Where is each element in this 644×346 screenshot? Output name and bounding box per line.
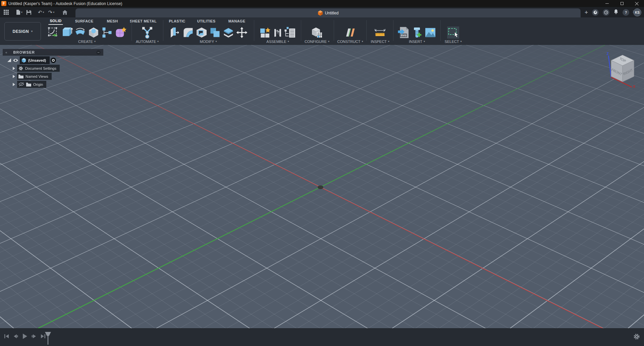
browser-minimize-button[interactable]: – [96,50,101,55]
zoom-button[interactable] [314,321,320,327]
tab-manage[interactable]: MANAGE [227,17,247,25]
browser-row-named-views[interactable]: Named Views [3,73,103,80]
revolve-button[interactable] [74,26,86,39]
undo-button[interactable]: ↶ ▾ [37,9,45,16]
display-settings-button[interactable]: ▾ [333,321,342,327]
play-button[interactable] [22,333,28,339]
view-cube-body[interactable]: TOP FRONT RIGHT [611,55,634,82]
extensions-icon[interactable] [592,9,599,16]
comments-bar[interactable]: COMMENTS + [0,320,103,328]
assemble-dropdown[interactable]: ASSEMBLE ▾ [256,40,300,44]
maximize-button[interactable] [614,0,629,7]
joint-button[interactable] [273,27,283,38]
orbit-button[interactable]: ▾ [286,321,294,327]
select-button[interactable] [447,26,459,39]
new-component-button[interactable] [259,26,271,39]
insert-dropdown[interactable]: INSERT ▾ [394,40,439,44]
job-status-clock-icon[interactable] [603,9,609,16]
notifications-bell-icon[interactable] [613,9,619,16]
tab-utilities[interactable]: UTILITIES [196,17,217,25]
document-tab[interactable]: Untitled [75,8,581,17]
add-comment-button[interactable]: + [94,322,99,327]
origin-marker[interactable] [318,185,323,189]
group-separator [163,20,163,41]
feedback-bubble[interactable] [633,320,642,328]
step-forward-button[interactable] [31,334,37,339]
inspect-dropdown[interactable]: INSPECT ▾ [368,40,392,44]
go-to-start-button[interactable] [4,334,9,339]
look-at-button[interactable] [297,321,303,327]
browser-collapse-icon[interactable]: « [5,51,7,54]
browser-row-origin[interactable]: Origin [3,81,103,88]
timeline-bar [0,328,644,346]
browser-root-row[interactable]: (Unsaved) [3,57,103,64]
tab-plastic[interactable]: PLASTIC [167,17,186,25]
configure-button[interactable] [311,26,323,39]
browser-row-document-settings[interactable]: Document Settings [3,65,103,72]
timeline-settings-gear-icon[interactable] [633,333,640,340]
tab-sheet-metal[interactable]: SHEET METAL [128,17,158,25]
expand-arrow-icon[interactable] [13,67,15,70]
create-dropdown[interactable]: CREATE ▾ [44,40,130,44]
root-component[interactable]: (Unsaved) [20,57,49,64]
expand-arrow-icon[interactable] [13,75,15,78]
window-title: Untitled (Kasper's Team) - Autodesk Fusi… [8,1,122,6]
file-menu-button[interactable]: ▾ [15,9,23,15]
named-views-label: Named Views [25,74,48,78]
browser-header[interactable]: « BROWSER – [3,49,103,56]
help-icon[interactable]: ? [623,9,629,16]
fit-button[interactable]: ▾ [322,321,331,327]
window-controls [600,0,644,7]
pattern-button[interactable] [101,26,113,39]
expand-corner-icon[interactable] [7,58,11,62]
home-view-button[interactable] [61,9,68,15]
group-separator [254,20,254,41]
measure-button[interactable] [374,26,386,39]
select-dropdown[interactable]: SELECT ▾ [441,40,465,44]
close-button[interactable] [629,0,644,7]
create-sketch-button[interactable] [47,26,59,39]
tab-solid[interactable]: SOLID [48,17,63,25]
grid-snaps-button[interactable]: ▾ [345,321,353,327]
save-button[interactable] [25,9,32,15]
pan-button[interactable] [306,321,311,327]
tab-mesh[interactable]: MESH [106,17,119,25]
app-grid-icon[interactable] [3,9,10,15]
redo-button[interactable]: ↷ ▾ [47,9,56,16]
step-back-button[interactable] [13,334,19,339]
tab-surface[interactable]: SURFACE [74,17,95,25]
model-viewport[interactable]: « BROWSER – (Unsaved) [0,45,644,328]
extrude-button[interactable] [61,26,73,39]
configure-dropdown[interactable]: CONFIGURE ▾ [302,40,332,44]
svg-text:X: X [633,84,636,88]
shell-button[interactable] [196,26,208,39]
fillet-button[interactable] [182,26,194,39]
automate-button[interactable] [141,26,153,39]
press-pull-button[interactable] [169,26,181,39]
insert-canvas-button[interactable] [424,26,436,39]
hole-button[interactable] [88,26,100,39]
move-button[interactable] [236,26,248,39]
create-form-button[interactable] [114,26,126,39]
view-cube[interactable]: Z X TOP FRONT RIGHT [601,50,638,88]
construct-dropdown[interactable]: CONSTRUCT ▾ [335,40,366,44]
split-body-button[interactable] [222,26,234,39]
user-avatar[interactable]: KS [633,8,641,16]
automate-dropdown[interactable]: AUTOMATE ▾ [132,40,162,44]
combine-button[interactable] [209,26,221,39]
insert-svg-button[interactable]: SVG [397,26,410,39]
construct-plane-button[interactable] [344,26,356,39]
expand-arrow-icon[interactable] [13,83,15,86]
minimize-button[interactable] [600,0,614,7]
activate-component-radio[interactable] [51,58,56,63]
new-document-button[interactable]: + [585,9,588,16]
folder-icon [26,82,31,86]
viewports-button[interactable]: ▾ [355,321,364,327]
visibility-eye-icon[interactable] [13,58,18,62]
bom-button[interactable] [284,26,296,39]
timeline-marker[interactable] [44,331,52,345]
visibility-off-eye-icon[interactable] [18,82,24,86]
modify-dropdown[interactable]: MODIFY ▾ [164,40,252,44]
workspace-selector-button[interactable]: DESIGN ▾ [4,22,41,41]
insert-fastener-button[interactable] [411,26,423,39]
